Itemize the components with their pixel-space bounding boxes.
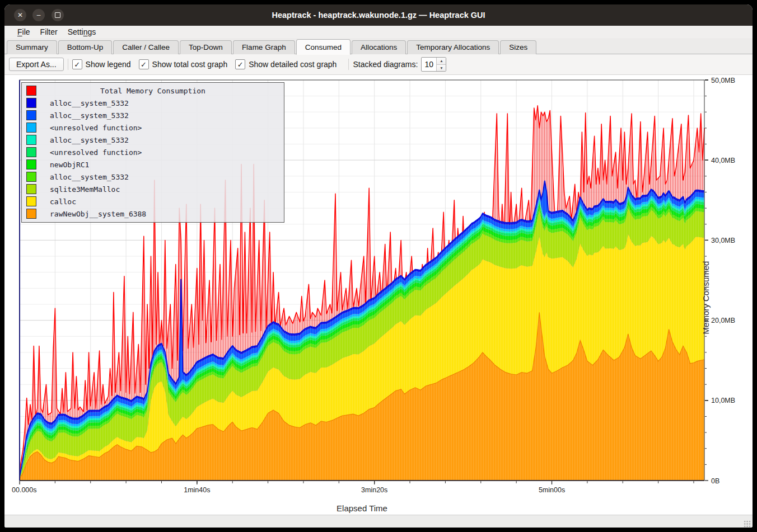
legend-label: alloc__system_5332: [50, 99, 129, 107]
close-glyph: ✕: [17, 12, 23, 18]
legend-swatch: [26, 147, 36, 157]
checkbox-show-legend[interactable]: ✓Show legend: [72, 59, 131, 69]
legend-swatch: [26, 209, 36, 219]
legend-swatch: [26, 98, 36, 108]
tab-allocations[interactable]: Allocations: [352, 40, 406, 54]
spinner-buttons: ▲ ▼: [436, 58, 446, 71]
stacked-diagrams-value[interactable]: 10: [422, 58, 436, 71]
legend-swatch: [26, 172, 36, 182]
checkbox-checked-icon[interactable]: ✓: [139, 59, 149, 69]
legend-row: newObjRC1: [22, 158, 284, 171]
legend-row: <unresolved function>: [22, 121, 284, 134]
status-bar: [4, 515, 753, 528]
spinner-down-icon[interactable]: ▼: [437, 65, 446, 72]
legend-row: Total Memory Consumption: [22, 84, 284, 97]
toolbar-separator: [348, 59, 349, 70]
legend-row: alloc__system_5332: [22, 134, 284, 146]
checkbox-checked-icon[interactable]: ✓: [235, 59, 245, 69]
tab-bar: SummaryBottom-UpCaller / CalleeTop-DownF…: [4, 38, 753, 54]
y-tick-label: 30,0MB: [711, 237, 735, 244]
x-tick-label: 5min00s: [539, 486, 565, 494]
y-tick-label: 20,0MB: [711, 317, 735, 324]
menu-item-settings[interactable]: Settings: [63, 26, 101, 38]
legend-label: alloc__system_5332: [50, 173, 129, 181]
y-tick-label: 0B: [711, 477, 719, 485]
tab-top-down[interactable]: Top-Down: [180, 40, 232, 54]
chart-panel: 00.000s1min40s3min20s5min00s0B10,0MB20,0…: [4, 75, 753, 515]
stacked-diagrams-spinner[interactable]: 10 ▲ ▼: [421, 57, 446, 72]
legend-label: alloc__system_5332: [50, 136, 129, 144]
legend-row: <unresolved function>: [22, 146, 284, 158]
x-tick-label: 1min40s: [184, 486, 210, 494]
checkbox-label: Show detailed cost graph: [249, 60, 337, 69]
checkbox-checked-icon[interactable]: ✓: [72, 59, 82, 69]
title-bar: ✕ – Heaptrack - heaptrack.wakunode.1.gz …: [4, 4, 753, 26]
tab-caller-callee[interactable]: Caller / Callee: [113, 40, 179, 54]
toolbar-separator: [68, 59, 68, 70]
legend-swatch: [26, 123, 36, 133]
tab-summary[interactable]: Summary: [7, 40, 57, 54]
chart-legend: Total Memory Consumptionalloc__system_53…: [21, 82, 284, 223]
legend-label: calloc: [50, 197, 76, 206]
tab-sizes[interactable]: Sizes: [500, 40, 536, 54]
x-tick-label: 00.000s: [12, 486, 36, 494]
resize-grip-icon[interactable]: [744, 520, 751, 528]
menu-item-file[interactable]: File: [12, 26, 35, 38]
y-tick-label: 50,0MB: [711, 77, 735, 84]
menu-bar: FileFilterSettings: [4, 26, 753, 38]
legend-label: <unresolved function>: [50, 148, 142, 157]
minimize-icon[interactable]: –: [32, 9, 45, 21]
tab-flame-graph[interactable]: Flame Graph: [233, 40, 295, 54]
tab-temporary-allocations[interactable]: Temporary Allocations: [407, 40, 499, 54]
x-axis-title: Elapsed Time: [20, 503, 704, 513]
checkbox-label: Show legend: [86, 60, 131, 69]
legend-label: rawNewObj__system_6388: [50, 210, 146, 218]
minimize-glyph: –: [37, 12, 41, 18]
legend-swatch: [26, 110, 36, 120]
toolbar: Export As... ✓Show legend✓Show total cos…: [4, 54, 753, 75]
checkbox-show-total-cost-graph[interactable]: ✓Show total cost graph: [139, 59, 228, 69]
legend-row: alloc__system_5332: [22, 97, 284, 109]
app-window: ✕ – Heaptrack - heaptrack.wakunode.1.gz …: [4, 4, 753, 528]
x-tick-label: 3min20s: [361, 486, 387, 494]
legend-swatch: [26, 159, 36, 170]
legend-label: Total Memory Consumption: [22, 87, 284, 95]
legend-row: calloc: [22, 195, 284, 208]
maximize-glyph: [55, 12, 60, 18]
menu-item-filter[interactable]: Filter: [35, 26, 63, 38]
close-icon[interactable]: ✕: [14, 9, 26, 21]
legend-row: rawNewObj__system_6388: [22, 208, 284, 220]
y-tick-label: 10,0MB: [711, 397, 735, 404]
checkbox-group: ✓Show legend✓Show total cost graph✓Show …: [72, 59, 345, 69]
window-title: Heaptrack - heaptrack.wakunode.1.gz — He…: [4, 11, 753, 20]
stacked-diagrams-label: Stacked diagrams:: [353, 60, 418, 69]
checkbox-show-detailed-cost-graph[interactable]: ✓Show detailed cost graph: [235, 59, 337, 69]
legend-swatch: [26, 135, 36, 145]
maximize-icon[interactable]: [52, 9, 64, 21]
tab-consumed[interactable]: Consumed: [296, 39, 351, 55]
legend-label: <unresolved function>: [50, 124, 142, 132]
spinner-up-icon[interactable]: ▲: [437, 58, 446, 65]
tab-bottom-up[interactable]: Bottom-Up: [58, 40, 113, 54]
export-as-button[interactable]: Export As...: [9, 58, 64, 71]
checkbox-label: Show total cost graph: [152, 60, 228, 69]
legend-row: alloc__system_5332: [22, 171, 284, 183]
legend-swatch: [26, 196, 36, 206]
y-axis-title: Memory Consumed: [701, 253, 712, 342]
legend-row: sqlite3MemMalloc: [22, 183, 284, 195]
y-tick-label: 40,0MB: [711, 157, 735, 164]
legend-label: alloc__system_5332: [50, 111, 129, 120]
legend-row: alloc__system_5332: [22, 109, 284, 121]
legend-swatch: [26, 184, 36, 194]
legend-label: sqlite3MemMalloc: [50, 185, 120, 194]
legend-label: newObjRC1: [50, 161, 89, 169]
